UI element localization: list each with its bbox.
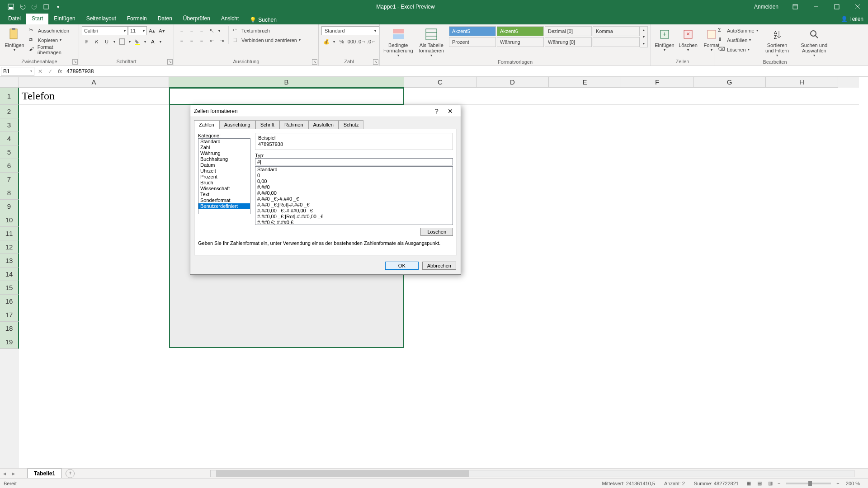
- border-button[interactable]: [117, 37, 127, 46]
- increase-decimal-icon[interactable]: .0→: [357, 37, 367, 46]
- close-icon[interactable]: ✕: [443, 108, 457, 115]
- format-as-table-button[interactable]: Als Tabelle formatieren▾: [416, 26, 447, 58]
- align-launcher-icon[interactable]: ↘: [312, 59, 317, 65]
- font-color-button[interactable]: A: [148, 37, 158, 46]
- row-header[interactable]: 19: [0, 335, 19, 349]
- insert-cells-button[interactable]: +Einfügen▾: [654, 26, 675, 53]
- cut-button[interactable]: ✂Ausschneiden: [28, 26, 76, 35]
- list-item[interactable]: #.##0,00: [255, 190, 453, 196]
- tab-pagelayout[interactable]: Seitenlayout: [81, 14, 122, 24]
- list-item[interactable]: #.##0,00 _€;[Rot]-#.##0,00 _€: [255, 214, 453, 220]
- row-header[interactable]: 15: [0, 281, 19, 295]
- name-box[interactable]: B1▾: [1, 67, 34, 76]
- chevron-down-icon[interactable]: ▾: [112, 37, 117, 46]
- page-break-view-icon[interactable]: ▥: [765, 479, 776, 488]
- dialog-tab-border[interactable]: Rahmen: [279, 120, 308, 129]
- chevron-down-icon[interactable]: ▾: [331, 37, 337, 46]
- increase-indent-icon[interactable]: ⇥: [217, 36, 226, 45]
- dialog-tab-fill[interactable]: Ausfüllen: [308, 120, 339, 129]
- cancel-formula-icon[interactable]: ✕: [35, 68, 45, 75]
- zoom-out-icon[interactable]: −: [776, 481, 782, 486]
- row-header[interactable]: 13: [0, 254, 19, 267]
- style-komma[interactable]: Komma: [593, 26, 640, 36]
- dialog-tab-number[interactable]: Zahlen: [194, 120, 219, 129]
- page-layout-view-icon[interactable]: ▤: [754, 479, 765, 488]
- cell-a1[interactable]: Telefon: [19, 88, 169, 104]
- list-item[interactable]: Uhrzeit: [198, 168, 250, 174]
- find-select-button[interactable]: Suchen und Auswählen▾: [796, 26, 833, 58]
- chevron-down-icon[interactable]: ▾: [127, 37, 132, 46]
- minimize-icon[interactable]: [806, 0, 826, 14]
- font-launcher-icon[interactable]: ↘: [167, 59, 173, 65]
- list-item[interactable]: Wissenschaft: [198, 186, 250, 192]
- italic-button[interactable]: K: [92, 37, 102, 46]
- align-top-icon[interactable]: ≡: [177, 26, 187, 35]
- ok-button[interactable]: OK: [385, 262, 419, 270]
- list-item[interactable]: Text: [198, 192, 250, 197]
- align-left-icon[interactable]: ≡: [177, 36, 187, 45]
- row-header[interactable]: 7: [0, 173, 19, 186]
- col-header-f[interactable]: F: [621, 77, 693, 88]
- format-list[interactable]: Standard 0 0,00 #.##0 #.##0,00 #.##0 _€;…: [255, 166, 453, 225]
- touch-mode-icon[interactable]: [41, 1, 52, 12]
- ribbon-options-icon[interactable]: [785, 0, 806, 14]
- list-item[interactable]: #.##0: [255, 184, 453, 190]
- tab-insert[interactable]: Einfügen: [48, 14, 80, 24]
- type-input[interactable]: [255, 158, 453, 165]
- font-size-select[interactable]: 11▾: [128, 26, 147, 35]
- row-header[interactable]: 3: [0, 118, 19, 132]
- new-sheet-button[interactable]: +: [66, 469, 75, 478]
- style-akzent6[interactable]: Akzent6: [497, 26, 544, 36]
- tab-formulas[interactable]: Formeln: [122, 14, 152, 24]
- list-item[interactable]: Standard: [255, 167, 453, 173]
- autosum-button[interactable]: ΣAutoSumme ▾: [717, 26, 759, 35]
- styles-down-icon[interactable]: ▾: [640, 33, 647, 40]
- share-button[interactable]: 👤Teilen: [836, 14, 868, 24]
- list-item[interactable]: Zahl: [198, 145, 250, 150]
- col-header-b[interactable]: B: [169, 77, 404, 88]
- fill-color-button[interactable]: [132, 37, 142, 46]
- merge-center-button[interactable]: ⬚Verbinden und zentrieren ▾: [231, 36, 302, 44]
- list-item[interactable]: #.##0,00 _€;-#.##0,00 _€: [255, 208, 453, 214]
- row-header[interactable]: 14: [0, 267, 19, 281]
- dialog-tab-alignment[interactable]: Ausrichtung: [219, 120, 255, 129]
- dialog-tab-protection[interactable]: Schutz: [339, 120, 364, 129]
- style-prozent[interactable]: Prozent: [449, 37, 496, 47]
- sheet-nav-next-icon[interactable]: ▸: [9, 470, 18, 477]
- number-launcher-icon[interactable]: ↘: [373, 59, 378, 65]
- zoom-slider[interactable]: [786, 483, 831, 484]
- wrap-text-button[interactable]: ↩Textumbruch: [231, 26, 302, 35]
- style-akzent5[interactable]: Akzent5: [449, 26, 496, 36]
- list-item[interactable]: #.##0 €;-#.##0 €: [255, 220, 453, 225]
- redo-icon[interactable]: [29, 1, 40, 12]
- col-header-c[interactable]: C: [404, 77, 476, 88]
- enter-formula-icon[interactable]: ✓: [45, 68, 55, 75]
- tab-search[interactable]: 💡Suchen: [244, 14, 282, 24]
- undo-icon[interactable]: [17, 1, 28, 12]
- tab-view[interactable]: Ansicht: [216, 14, 244, 24]
- chevron-down-icon[interactable]: ▾: [217, 26, 222, 35]
- style-dezimal[interactable]: Dezimal [0]: [545, 26, 592, 36]
- underline-button[interactable]: U: [102, 37, 112, 46]
- row-header[interactable]: 10: [0, 213, 19, 227]
- accounting-format-icon[interactable]: 💰: [321, 37, 331, 46]
- chevron-down-icon[interactable]: ▾: [158, 37, 163, 46]
- list-item[interactable]: Datum: [198, 162, 250, 168]
- row-header[interactable]: 2: [0, 105, 19, 118]
- zoom-level[interactable]: 200 %: [841, 481, 864, 486]
- percent-format-icon[interactable]: %: [337, 37, 347, 46]
- tab-data[interactable]: Daten: [152, 14, 178, 24]
- list-item[interactable]: Währung: [198, 150, 250, 156]
- list-item[interactable]: Prozent: [198, 174, 250, 180]
- align-center-icon[interactable]: ≡: [187, 36, 197, 45]
- qat-customize-icon[interactable]: ▾: [52, 1, 63, 12]
- clear-button[interactable]: ⌫Löschen ▾: [717, 45, 759, 54]
- cancel-button[interactable]: Abbrechen: [422, 262, 456, 270]
- sheet-nav-prev-icon[interactable]: ◂: [0, 470, 9, 477]
- delete-cells-button[interactable]: ×Löschen▾: [677, 26, 699, 53]
- select-all-button[interactable]: [0, 77, 19, 88]
- delete-format-button[interactable]: Löschen: [420, 228, 453, 236]
- fx-icon[interactable]: fx: [55, 68, 65, 75]
- signin-link[interactable]: Anmelden: [748, 4, 785, 10]
- sheet-tab[interactable]: Tabelle1: [27, 469, 62, 478]
